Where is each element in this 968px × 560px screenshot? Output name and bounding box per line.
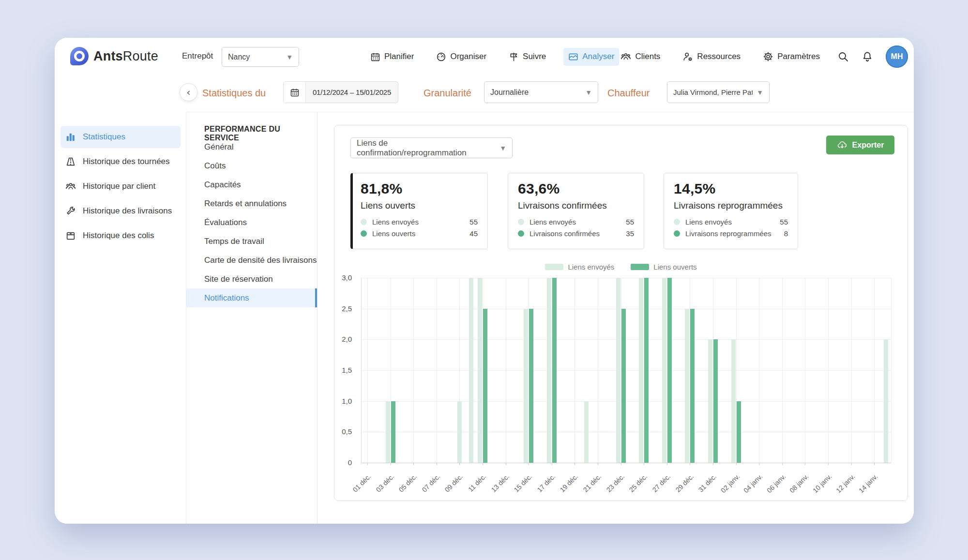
sidebar-item-historique-livraisons[interactable]: Historique des livraisons xyxy=(60,200,181,222)
x-tick-mark xyxy=(644,463,644,465)
x-tick-label: 06 janv. xyxy=(765,472,787,494)
bar-liens-envoyes xyxy=(616,278,620,463)
chart-plot xyxy=(361,278,891,463)
nav-item-planifier[interactable]: Planifier xyxy=(365,48,419,66)
bar-liens-envoyes xyxy=(708,339,712,463)
x-tick-mark xyxy=(782,463,783,465)
notifications-button[interactable] xyxy=(862,51,873,62)
submenu-item-carte-densite[interactable]: Carte de densité des livraisons xyxy=(186,251,317,270)
nav-item-clients[interactable]: Clients xyxy=(616,47,665,66)
export-button[interactable]: Exporter xyxy=(826,136,894,154)
card-title: Liens ouverts xyxy=(361,200,478,211)
filter-bar: ‹ Statistiques du 01/12/2024 – 15/01/202… xyxy=(55,76,914,112)
warehouse-label: Entrepôt xyxy=(182,51,213,61)
bell-icon xyxy=(862,51,873,62)
page: AntsRoute Entrepôt Nancy ▼ Planifier xyxy=(0,0,968,560)
stat-card-liens-ouverts[interactable]: 81,8% Liens ouverts Liens envoyés 55 Lie… xyxy=(350,173,488,249)
v-gridline xyxy=(828,278,829,463)
bar-liens-ouverts xyxy=(644,278,649,463)
bar-liens-envoyes xyxy=(524,309,528,463)
cloud-download-icon xyxy=(837,140,847,151)
v-gridline xyxy=(506,278,506,463)
x-tick-label: 17 déc. xyxy=(535,472,557,494)
bar-liens-envoyes xyxy=(639,278,643,463)
x-tick-label: 31 déc. xyxy=(697,472,718,494)
x-tick-label: 11 déc. xyxy=(467,472,487,493)
driver-select[interactable]: Julia Virmond, Pierre Pat... ▼ xyxy=(667,81,770,103)
bar-liens-envoyes xyxy=(457,401,462,463)
x-tick-mark xyxy=(759,463,759,465)
legend-swatch-open xyxy=(631,264,649,270)
metric-select[interactable]: Liens de confirmation/reprogrammation ▼ xyxy=(350,137,513,158)
bar-liens-envoyes xyxy=(685,309,689,463)
x-tick-mark xyxy=(690,463,690,465)
bar-liens-envoyes xyxy=(469,278,473,463)
y-tick-label: 1,5 xyxy=(334,366,352,374)
h-gridline xyxy=(362,339,891,340)
x-tick-mark xyxy=(391,463,391,465)
x-tick-mark xyxy=(598,463,598,465)
granularity-select[interactable]: Journalière ▼ xyxy=(484,81,598,103)
bar-liens-ouverts xyxy=(552,278,557,463)
card-row: Liens envoyés 55 xyxy=(518,218,634,226)
legend-item-liens-ouverts: Liens ouverts xyxy=(631,263,696,271)
submenu-item-capacites[interactable]: Capacités xyxy=(186,175,317,194)
nav-item-analyser[interactable]: Analyser xyxy=(563,48,619,66)
submenu: PERFORMANCE DU SERVICE Général Coûts Cap… xyxy=(186,112,318,524)
content: Statistiques Historique des tournées His… xyxy=(55,112,914,524)
x-tick-mark xyxy=(667,463,667,465)
x-tick-mark xyxy=(805,463,805,465)
submenu-item-general[interactable]: Général xyxy=(186,137,317,156)
nav-item-parametres[interactable]: Paramètres xyxy=(758,47,825,66)
h-gridline xyxy=(362,278,891,278)
x-tick-label: 04 janv. xyxy=(742,472,764,494)
bar-liens-envoyes xyxy=(731,339,736,463)
x-tick-label: 12 janv. xyxy=(834,472,856,494)
v-gridline xyxy=(874,278,875,463)
v-gridline xyxy=(891,278,892,463)
x-tick-label: 25 déc. xyxy=(628,472,649,494)
sidebar-item-historique-colis[interactable]: Historique des colis xyxy=(60,225,181,247)
submenu-item-notifications[interactable]: Notifications xyxy=(186,288,317,307)
x-tick-label: 23 déc. xyxy=(605,472,626,494)
sidebar-item-historique-client[interactable]: Historique par client xyxy=(60,175,181,197)
stat-card-livraisons-confirmees[interactable]: 63,6% Livraisons confirmées Liens envoyé… xyxy=(508,173,644,249)
y-tick-label: 1,0 xyxy=(334,397,352,405)
submenu-item-temps-travail[interactable]: Temps de travail xyxy=(186,232,317,251)
v-gridline xyxy=(413,278,414,463)
x-tick-label: 02 janv. xyxy=(719,472,741,494)
bar-liens-ouverts xyxy=(667,278,672,463)
x-tick-label: 13 déc. xyxy=(489,472,511,494)
submenu-item-couts[interactable]: Coûts xyxy=(186,156,317,175)
submenu-item-site-reservation[interactable]: Site de réservation xyxy=(186,270,317,288)
card-title: Livraisons confirmées xyxy=(518,200,634,211)
stat-card-livraisons-reprogrammees[interactable]: 14,5% Livraisons reprogrammées Liens env… xyxy=(664,173,798,249)
submenu-item-retards[interactable]: Retards et annulations xyxy=(186,194,317,213)
date-range-field[interactable]: 01/12/2024 – 15/01/2025 xyxy=(283,81,398,103)
search-icon xyxy=(837,51,849,62)
nav-item-suivre[interactable]: Suivre xyxy=(504,48,551,66)
sidebar-item-historique-tournees[interactable]: Historique des tournées xyxy=(60,151,181,173)
card-rows: Liens envoyés 55 Livraisons reprogrammée… xyxy=(674,218,788,238)
bar-liens-ouverts xyxy=(690,309,695,463)
avatar[interactable]: MH xyxy=(886,45,908,68)
x-tick-mark xyxy=(621,463,621,465)
x-tick-label: 21 déc. xyxy=(582,472,603,494)
back-button[interactable]: ‹ xyxy=(180,83,197,101)
v-gridline xyxy=(598,278,598,463)
logo-text: AntsRoute xyxy=(93,49,158,64)
submenu-item-evaluations[interactable]: Évaluations xyxy=(186,213,317,232)
x-tick-mark xyxy=(413,463,414,465)
legend-dot-light xyxy=(518,219,524,225)
warehouse-select[interactable]: Nancy ▼ xyxy=(222,47,299,67)
sidebar-item-statistiques[interactable]: Statistiques xyxy=(60,126,181,148)
search-button[interactable] xyxy=(837,51,849,62)
x-tick-mark xyxy=(575,463,575,465)
nav-item-ressources[interactable]: Ressources xyxy=(678,47,745,66)
nav-item-organiser[interactable]: Organiser xyxy=(431,48,491,66)
calendar-icon xyxy=(284,82,306,103)
main-navigation: Planifier Organiser Suivre xyxy=(365,38,619,76)
legend-item-liens-envoyes: Liens envoyés xyxy=(545,263,614,271)
card-row: Liens ouverts 45 xyxy=(361,229,478,238)
x-tick-mark xyxy=(529,463,529,465)
